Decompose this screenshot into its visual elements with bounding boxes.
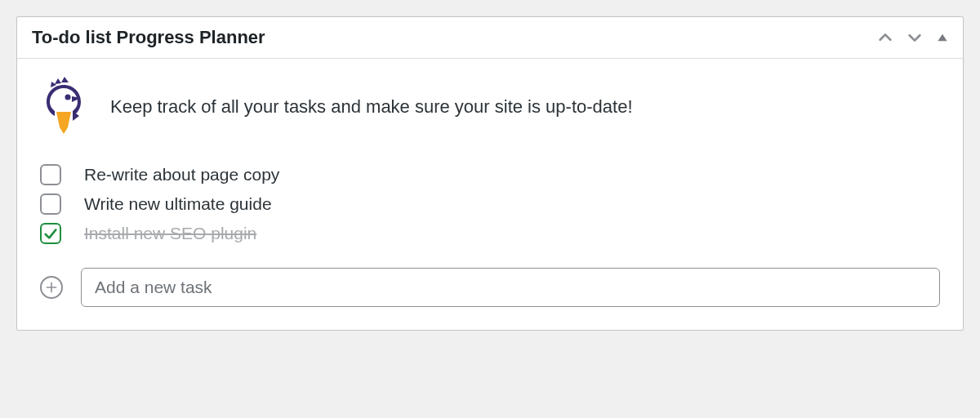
todo-label: Write new ultimate guide: [84, 194, 272, 214]
todo-checkbox[interactable]: [40, 193, 61, 215]
todo-item: Re-write about page copy: [40, 160, 940, 189]
todo-item: Write new ultimate guide: [40, 189, 940, 219]
add-task-input[interactable]: [81, 268, 940, 307]
todo-label: Re-write about page copy: [84, 165, 279, 185]
todo-checkbox[interactable]: [40, 223, 61, 244]
widget-body: Keep track of all your tasks and make su…: [17, 59, 963, 330]
todo-widget: To-do list Progress Planner: [16, 16, 964, 331]
svg-point-2: [65, 95, 71, 100]
todo-label: Install new SEO plugin: [84, 224, 256, 243]
widget-header: To-do list Progress Planner: [17, 17, 963, 59]
add-task-button[interactable]: [40, 276, 63, 299]
todo-item: Install new SEO plugin: [40, 219, 940, 248]
todo-checkbox[interactable]: [40, 164, 61, 185]
svg-marker-4: [56, 112, 71, 134]
widget-title: To-do list Progress Planner: [32, 27, 265, 48]
todo-list: Re-write about page copy Write new ultim…: [40, 160, 940, 248]
move-down-icon[interactable]: [907, 30, 922, 45]
widget-controls: [878, 30, 948, 45]
progress-planner-logo-icon: [40, 77, 87, 137]
intro-row: Keep track of all your tasks and make su…: [40, 77, 940, 137]
add-task-row: [40, 268, 940, 307]
collapse-toggle-icon[interactable]: [937, 32, 948, 43]
intro-text: Keep track of all your tasks and make su…: [110, 96, 633, 118]
svg-marker-0: [938, 34, 947, 41]
move-up-icon[interactable]: [878, 30, 893, 45]
